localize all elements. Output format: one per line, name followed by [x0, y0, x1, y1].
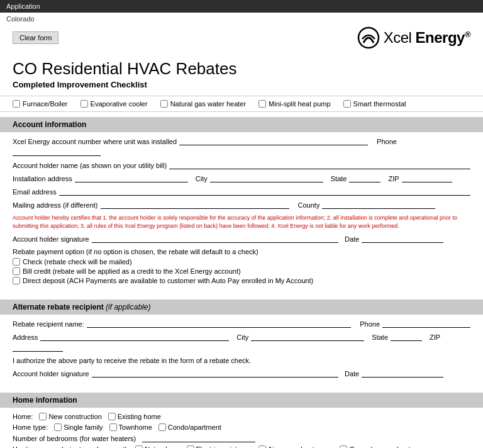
home-type-label: Home type:	[13, 423, 48, 431]
checklist-row: Furnace/Boiler Evaporative cooler Natura…	[0, 96, 483, 112]
home-section-header: Home information	[0, 393, 483, 408]
alt-state-field[interactable]	[391, 333, 422, 341]
alt-signature-label: Account holder signature	[13, 370, 89, 378]
recipient-name-row: Rebate recipient name: Phone	[13, 320, 470, 328]
alternate-section-header: Alternate rebate recipient (if applicabl…	[0, 300, 483, 315]
townhome-option[interactable]: Townhome	[109, 423, 152, 431]
checkbox-condo[interactable]	[158, 423, 166, 431]
checkbox-natural-gas[interactable]	[135, 445, 143, 448]
home-type-row: Home: New construction Existing home	[13, 413, 470, 420]
heating-source-row: Heating source (prior to replacement): N…	[13, 445, 470, 448]
checkbox-payment-direct[interactable]	[13, 277, 20, 284]
mailing-address-label: Mailing address (if different)	[13, 201, 98, 209]
account-section-header: Account information	[0, 117, 483, 132]
county-field[interactable]	[322, 201, 435, 209]
checkbox-evaporative[interactable]	[80, 100, 88, 108]
checkbox-air-source[interactable]	[258, 445, 266, 448]
checkbox-electric-resistance[interactable]	[187, 445, 194, 448]
checkbox-payment-check[interactable]	[13, 258, 20, 266]
zip-label: ZIP	[388, 175, 399, 182]
alt-address-field[interactable]	[40, 333, 229, 341]
payment-label: Rebate payment option (if no option is c…	[13, 248, 470, 255]
air-source-option[interactable]: Air source heat pump	[258, 445, 334, 448]
new-construction-option[interactable]: New construction	[39, 413, 101, 420]
account-number-label: Xcel Energy account number where unit wa…	[13, 138, 177, 145]
checklist-item-thermostat[interactable]: Smart thermostat	[343, 100, 406, 108]
checkbox-payment-bill[interactable]	[13, 267, 20, 275]
signature-row: Account holder signature Date	[13, 235, 470, 243]
recipient-name-label: Rebate recipient name:	[13, 320, 84, 328]
recipient-name-field[interactable]	[87, 320, 351, 328]
alt-address-label: Address	[13, 333, 38, 341]
disclaimer-text: Account holder hereby certifies that 1. …	[13, 214, 470, 230]
alt-signature-input[interactable]	[92, 369, 338, 378]
checkbox-ground-source[interactable]	[340, 445, 347, 448]
page-title: CO Residential HVAC Rebates	[13, 59, 470, 79]
checkbox-thermostat[interactable]	[343, 100, 351, 108]
natural-gas-option[interactable]: Natural gas	[135, 445, 180, 448]
zip-field[interactable]	[402, 174, 452, 182]
email-label: Email address	[13, 188, 57, 196]
date-input[interactable]	[362, 235, 443, 243]
alt-date-input[interactable]	[362, 369, 443, 378]
checkbox-naturalgas[interactable]	[160, 100, 168, 108]
checkbox-minisplit[interactable]	[258, 100, 266, 108]
city-field[interactable]	[210, 174, 323, 182]
email-row: Email address	[13, 188, 470, 196]
alt-phone-label: Phone	[360, 320, 380, 328]
email-field[interactable]	[59, 188, 470, 196]
state-label: Colorado	[6, 15, 35, 23]
alt-zip-field[interactable]	[13, 344, 63, 352]
install-address-field[interactable]	[75, 174, 188, 182]
single-family-option[interactable]: Single family	[54, 423, 103, 431]
checkbox-existing-home[interactable]	[108, 413, 116, 420]
checklist-item-naturalgas[interactable]: Natural gas water heater	[160, 100, 246, 108]
checkbox-townhome[interactable]	[109, 423, 117, 431]
sub-bar: Colorado	[0, 13, 483, 25]
phone-field[interactable]	[13, 148, 101, 156]
home-type-options-row: Home type: Single family Townhome Condo/…	[13, 423, 470, 431]
checklist-item-evaporative[interactable]: Evaporative cooler	[80, 100, 148, 108]
checkbox-furnace[interactable]	[13, 100, 20, 108]
heating-source-label: Heating source (prior to replacement):	[13, 445, 129, 448]
checklist-item-minisplit[interactable]: Mini-split heat pump	[258, 100, 330, 108]
bedrooms-row: Number of bedrooms (for water heaters)	[13, 434, 470, 442]
clear-form-button[interactable]: Clear form	[13, 31, 58, 44]
alternate-form-body: Rebate recipient name: Phone Address Cit…	[0, 315, 483, 388]
payment-check[interactable]: Check (rebate check will be mailed)	[13, 258, 470, 266]
bedrooms-label: Number of bedrooms (for water heaters)	[13, 435, 136, 442]
top-bar: Application	[0, 0, 483, 13]
account-number-row: Xcel Energy account number where unit wa…	[13, 137, 470, 156]
home-form-body: Home: New construction Existing home Hom…	[0, 408, 483, 448]
account-holder-row: Account holder name (as shown on your ut…	[13, 161, 470, 169]
signature-field-wrapper: Account holder signature	[13, 235, 338, 243]
payment-bill-credit[interactable]: Bill credit (rebate will be applied as a…	[13, 267, 470, 275]
mailing-address-row: Mailing address (if different) County	[13, 201, 470, 209]
payment-section: Rebate payment option (if no option is c…	[13, 248, 470, 284]
alt-phone-field[interactable]	[382, 320, 470, 328]
state-form-label: State	[331, 175, 347, 182]
top-bar-label: Application	[6, 3, 40, 10]
existing-home-option[interactable]: Existing home	[108, 413, 161, 420]
alt-city-field[interactable]	[251, 333, 364, 341]
mailing-address-field[interactable]	[101, 201, 289, 209]
state-field[interactable]	[349, 174, 380, 182]
account-holder-field[interactable]	[169, 161, 470, 169]
electric-resistance-option[interactable]: Electric resistance	[187, 445, 252, 448]
phone-label: Phone	[377, 138, 397, 145]
bedrooms-field[interactable]	[142, 434, 255, 442]
page-subtitle: Completed Improvement Checklist	[13, 80, 470, 89]
checkbox-new-construction[interactable]	[39, 413, 47, 420]
signature-input[interactable]	[92, 235, 338, 243]
home-label: Home:	[13, 413, 33, 420]
alt-state-label: State	[372, 333, 388, 341]
alt-zip-label: ZIP	[430, 333, 440, 341]
checklist-item-furnace[interactable]: Furnace/Boiler	[13, 100, 68, 108]
alternate-subheader: (if applicable)	[106, 303, 150, 311]
ground-source-option[interactable]: Ground source heat pump	[340, 445, 430, 448]
checkbox-single-family[interactable]	[54, 423, 62, 431]
install-address-row: Installation address City State ZIP	[13, 174, 470, 182]
condo-option[interactable]: Condo/apartment	[158, 423, 221, 431]
payment-direct-deposit[interactable]: Direct deposit (ACH Payments are availab…	[13, 277, 470, 284]
account-number-field[interactable]	[179, 137, 368, 145]
